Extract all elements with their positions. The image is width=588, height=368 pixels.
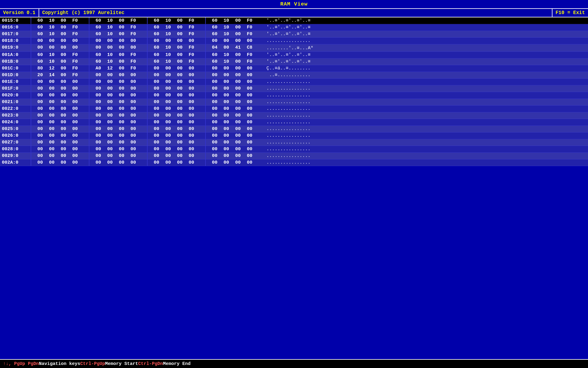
table-row: 0026:000000000000000000000000000000000..… (0, 132, 588, 139)
ascii-cell: '..≡'..≡'..≡'..≡ (263, 31, 588, 37)
hex-byte: 00 (34, 113, 46, 118)
hex-byte: 00 (127, 72, 139, 78)
hex-byte: 00 (174, 140, 186, 145)
hex-byte: 10 (221, 32, 232, 37)
hex-byte: 00 (46, 93, 58, 98)
hex-byte: 00 (232, 93, 244, 98)
address-cell: 001F:0 (0, 85, 31, 92)
hex-group: 00000000 (205, 153, 263, 159)
hex-byte: C8 (244, 45, 255, 51)
hex-byte: 00 (209, 126, 221, 132)
hex-group: 00000000 (89, 106, 147, 112)
hex-byte: 00 (104, 120, 116, 125)
hex-byte: 00 (69, 93, 81, 98)
hex-byte: F0 (186, 59, 197, 64)
hex-byte: 00 (174, 25, 186, 30)
hex-byte: 00 (174, 93, 186, 98)
hex-group: 00000000 (31, 159, 89, 166)
hex-group: 00000000 (31, 44, 89, 51)
hex-byte: 00 (186, 147, 197, 152)
hex-byte: 00 (116, 59, 127, 64)
version-label: Version 0.1 (0, 9, 39, 17)
address-cell: 0025:0 (0, 126, 31, 132)
hex-byte: 60 (209, 25, 221, 30)
hex-byte: 00 (244, 120, 255, 125)
hex-byte: 00 (244, 99, 255, 105)
hex-byte: 12 (46, 66, 58, 71)
hex-byte: 00 (58, 66, 69, 71)
hex-byte: 00 (162, 72, 174, 78)
hex-byte: 00 (244, 140, 255, 145)
hex-group: A01200F0 (89, 65, 147, 72)
memory-view[interactable]: 0015:0601000F0601000F0601000F0601000F0'.… (0, 17, 588, 359)
hex-byte: 00 (46, 153, 58, 158)
hex-byte: 00 (209, 38, 221, 43)
address-cell: 0017:0 (0, 31, 31, 37)
ascii-cell: ................ (263, 153, 588, 159)
hex-byte: F0 (127, 25, 139, 30)
hex-byte: 00 (221, 140, 232, 145)
hex-byte: 00 (46, 86, 58, 91)
hex-byte: 00 (162, 140, 174, 145)
hex-byte: 00 (69, 79, 81, 84)
hex-byte: 00 (174, 45, 186, 51)
hex-byte: 00 (162, 113, 174, 118)
hex-group: 00000000 (205, 38, 263, 44)
hex-byte: 00 (151, 153, 162, 158)
hex-byte: 00 (46, 99, 58, 105)
hex-byte: 60 (34, 25, 46, 30)
hex-group: 00000000 (147, 153, 205, 159)
hex-byte: F0 (69, 18, 81, 23)
hex-byte: 10 (221, 52, 232, 58)
hex-group: 00000000 (31, 132, 89, 139)
hex-group: 601000F0 (205, 24, 263, 31)
hex-group: 00000000 (31, 85, 89, 92)
exit-label: F10 = Exit (552, 9, 588, 17)
hex-byte: 00 (116, 133, 127, 138)
hex-byte: 00 (104, 147, 116, 152)
hex-byte: 00 (116, 140, 127, 145)
hex-byte: 00 (116, 153, 127, 158)
hex-byte: 00 (174, 72, 186, 78)
hex-byte: 00 (69, 147, 81, 152)
address-cell: 0023:0 (0, 112, 31, 119)
hex-group: 00000000 (31, 139, 89, 146)
address-cell: 001A:0 (0, 52, 31, 58)
hex-byte: 10 (221, 18, 232, 23)
hex-byte: 00 (104, 86, 116, 91)
address-cell: 0021:0 (0, 99, 31, 105)
address-cell: 0026:0 (0, 132, 31, 139)
hex-byte: 10 (104, 32, 116, 37)
hex-byte: 00 (116, 25, 127, 30)
hex-group: 00000000 (31, 92, 89, 99)
hex-byte: 00 (104, 153, 116, 158)
app-title: RAM View (280, 1, 308, 7)
hex-group: 00000000 (31, 38, 89, 44)
hex-group: 601000F0 (205, 58, 263, 65)
hex-byte: 00 (58, 153, 69, 158)
table-row: 0016:0601000F0601000F0601000F0601000F0'.… (0, 24, 588, 31)
hex-byte: 00 (127, 99, 139, 105)
ascii-cell: ................ (263, 139, 588, 146)
hex-byte: 00 (92, 93, 104, 98)
table-row: 0029:000000000000000000000000000000000..… (0, 153, 588, 159)
hex-byte: 00 (104, 72, 116, 78)
hex-byte: 00 (244, 38, 255, 43)
hex-byte: 00 (34, 86, 46, 91)
ascii-cell: '..≡'..≡'..≡'..≡ (263, 58, 588, 65)
hex-group: 00000000 (147, 38, 205, 44)
hex-group: 00000000 (147, 159, 205, 166)
hex-group: 601000F0 (147, 31, 205, 37)
hex-byte: F0 (127, 59, 139, 64)
hex-byte: 00 (116, 86, 127, 91)
hex-byte: 00 (116, 52, 127, 58)
hex-byte: 00 (116, 99, 127, 105)
hex-byte: 00 (174, 120, 186, 125)
nav-keys-text: Navigation keys (39, 361, 80, 366)
address-cell: 001C:0 (0, 65, 31, 72)
hex-byte: 04 (209, 45, 221, 51)
hex-byte: 00 (46, 106, 58, 111)
hex-group: 00000000 (147, 146, 205, 152)
hex-byte: F0 (69, 32, 81, 37)
hex-byte: F0 (244, 25, 255, 30)
